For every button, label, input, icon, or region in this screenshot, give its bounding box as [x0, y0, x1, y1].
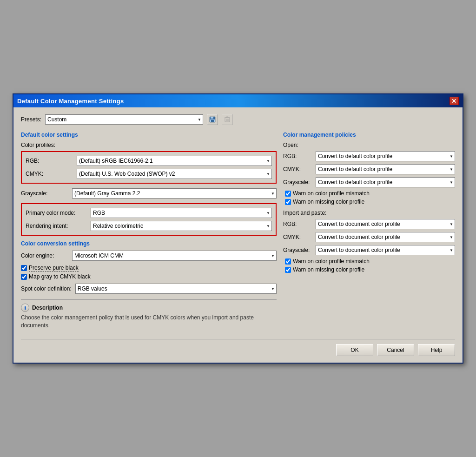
primary-mode-select[interactable]: RGB [91, 208, 272, 218]
close-button[interactable]: ✕ [450, 97, 459, 105]
warn-missing-open-checkbox[interactable] [285, 199, 291, 205]
engine-row: Color engine: Microsoft ICM CMM [21, 251, 277, 261]
collapse-button[interactable]: ⬆ [21, 304, 29, 312]
spot-color-label: Spot color definition: [21, 285, 72, 292]
warn-missing-open-label: Warn on missing color profile [293, 199, 364, 205]
engine-select[interactable]: Microsoft ICM CMM [72, 251, 277, 261]
open-rgb-select[interactable]: Convert to default color profile [316, 151, 455, 161]
primary-mode-label: Primary color mode: [26, 210, 91, 216]
dialog-body: Presets: Custom [13, 107, 463, 363]
import-cmyk-select[interactable]: Convert to document color profile [316, 232, 455, 242]
import-label: Import and paste: [283, 210, 455, 216]
color-conversion-section: Color conversion settings Color engine: … [21, 240, 277, 280]
spot-color-select[interactable]: RGB values [75, 284, 277, 294]
cmyk-select[interactable]: (Default) U.S. Web Coated (SWOP) v2 [77, 169, 272, 179]
rgb-field-row: RGB: (Default) sRGB IEC61966-2.1 [26, 156, 272, 166]
default-color-settings-title: Default color settings [21, 132, 277, 138]
default-color-settings-section: Default color settings Color profiles: R… [21, 132, 277, 236]
warn-mismatch-import-row: Warn on color profile mismatch [283, 258, 455, 265]
cmyk-field-row: CMYK: (Default) U.S. Web Coated (SWOP) v… [26, 169, 272, 179]
open-cmyk-row: CMYK: Convert to default color profile [283, 164, 455, 174]
grayscale-label: Grayscale: [21, 190, 72, 197]
primary-rendering-group: Primary color mode: RGB Rendering intent… [21, 203, 277, 236]
grayscale-field-row: Grayscale: (Default) Gray Gamma 2.2 [21, 188, 277, 199]
rendering-select[interactable]: Relative colorimetric [91, 221, 272, 231]
map-gray-checkbox[interactable] [21, 274, 27, 280]
save-preset-button[interactable] [207, 114, 218, 125]
import-grayscale-label: Grayscale: [283, 247, 316, 253]
open-grayscale-select[interactable]: Convert to default color profile [316, 177, 455, 187]
warn-mismatch-open-label: Warn on color profile mismatch [293, 190, 370, 197]
warn-missing-import-row: Warn on missing color profile [283, 266, 455, 273]
ok-button[interactable]: OK [336, 344, 373, 356]
main-columns: Default color settings Color profiles: R… [21, 132, 455, 330]
warn-missing-open-row: Warn on missing color profile [283, 199, 455, 205]
primary-mode-row: Primary color mode: RGB [26, 208, 272, 218]
open-grayscale-select-wrapper: Convert to default color profile [316, 177, 455, 187]
preserve-black-row: Preserve pure black [21, 265, 277, 272]
preserve-black-checkbox[interactable] [21, 265, 27, 271]
warn-missing-import-label: Warn on missing color profile [293, 266, 364, 273]
import-grayscale-select[interactable]: Convert to document color profile [316, 245, 455, 255]
right-column: Color management policies Open: RGB: Con… [283, 132, 455, 330]
engine-select-wrapper: Microsoft ICM CMM [72, 251, 277, 261]
svg-rect-1 [211, 117, 213, 119]
open-rgb-row: RGB: Convert to default color profile [283, 151, 455, 161]
open-rgb-select-wrapper: Convert to default color profile [316, 151, 455, 161]
import-rgb-label: RGB: [283, 221, 316, 227]
spot-color-select-wrapper: RGB values [75, 284, 277, 294]
delete-icon [224, 116, 231, 123]
color-management-policies-title: Color management policies [283, 132, 455, 138]
presets-label: Presets: [21, 116, 41, 123]
cmyk-select-wrapper: (Default) U.S. Web Coated (SWOP) v2 [77, 169, 272, 179]
rgb-label: RGB: [26, 158, 77, 164]
open-grayscale-label: Grayscale: [283, 179, 316, 185]
delete-preset-button[interactable] [222, 114, 233, 125]
left-column: Default color settings Color profiles: R… [21, 132, 277, 330]
import-cmyk-select-wrapper: Convert to document color profile [316, 232, 455, 242]
rgb-select[interactable]: (Default) sRGB IEC61966-2.1 [77, 156, 272, 166]
grayscale-select[interactable]: (Default) Gray Gamma 2.2 [72, 188, 277, 199]
profiles-label: Color profiles: [21, 142, 277, 148]
save-icon [209, 116, 216, 123]
preserve-black-label: Preserve pure black [29, 265, 79, 272]
import-grayscale-row: Grayscale: Convert to document color pro… [283, 245, 455, 255]
map-gray-row: Map gray to CMYK black [21, 273, 277, 280]
import-rgb-select[interactable]: Convert to document color profile [316, 219, 455, 229]
open-cmyk-select[interactable]: Convert to default color profile [316, 164, 455, 174]
engine-label: Color engine: [21, 252, 72, 259]
rgb-select-wrapper: (Default) sRGB IEC61966-2.1 [77, 156, 272, 166]
title-bar: Default Color Management Settings ✕ [13, 94, 463, 107]
import-rgb-select-wrapper: Convert to document color profile [316, 219, 455, 229]
primary-mode-select-wrapper: RGB [91, 208, 272, 218]
button-row: OK Cancel Help [21, 339, 455, 356]
open-cmyk-label: CMYK: [283, 166, 316, 172]
rendering-select-wrapper: Relative colorimetric [91, 221, 272, 231]
open-label: Open: [283, 142, 455, 148]
svg-rect-6 [226, 117, 228, 118]
warn-mismatch-import-label: Warn on color profile mismatch [293, 258, 370, 265]
import-cmyk-label: CMYK: [283, 234, 316, 240]
open-rgb-label: RGB: [283, 153, 316, 159]
description-section: ⬆ Description Choose the color managemen… [21, 299, 277, 330]
presets-row: Presets: Custom [21, 114, 455, 125]
warn-mismatch-open-checkbox[interactable] [285, 191, 291, 197]
presets-select[interactable]: Custom [45, 114, 203, 125]
collapse-icon: ⬆ [23, 305, 27, 311]
open-grayscale-row: Grayscale: Convert to default color prof… [283, 177, 455, 187]
description-header: ⬆ Description [21, 304, 277, 312]
rgb-cmyk-group: RGB: (Default) sRGB IEC61966-2.1 CMYK: [21, 151, 277, 184]
help-button[interactable]: Help [418, 344, 455, 356]
import-grayscale-select-wrapper: Convert to document color profile [316, 245, 455, 255]
description-text: Choose the color management policy that … [21, 314, 277, 330]
description-title: Description [32, 305, 63, 311]
open-cmyk-select-wrapper: Convert to default color profile [316, 164, 455, 174]
svg-rect-3 [211, 120, 214, 122]
rendering-row: Rendering intent: Relative colorimetric [26, 221, 272, 231]
warn-missing-import-checkbox[interactable] [285, 267, 291, 273]
import-cmyk-row: CMYK: Convert to document color profile [283, 232, 455, 242]
cancel-button[interactable]: Cancel [377, 344, 414, 356]
cmyk-label: CMYK: [26, 171, 77, 177]
map-gray-label: Map gray to CMYK black [29, 273, 91, 280]
warn-mismatch-import-checkbox[interactable] [285, 258, 291, 265]
